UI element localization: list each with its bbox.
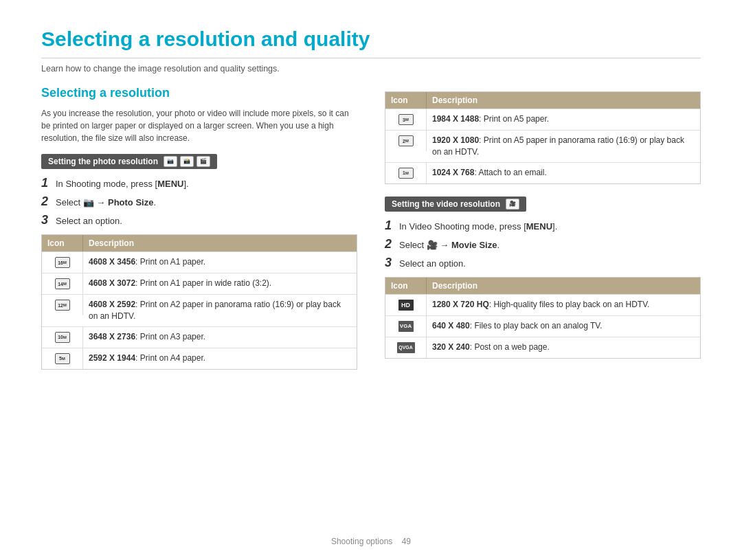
table-header-desc: Description: [427, 278, 700, 294]
row-desc: 2592 X 1944: Print on A4 paper.: [83, 348, 357, 368]
photo-table-header: Icon Description: [42, 235, 357, 251]
video-camera-icon: 🎥: [506, 199, 519, 210]
camera2-icon: 📸: [180, 156, 194, 167]
right-column: Icon Description 3M 1984 X 1488: Print o…: [385, 86, 701, 379]
table-row: 3M 1984 X 1488: Print on A5 paper.: [385, 109, 700, 130]
table-header-icon: Icon: [42, 235, 83, 251]
page-title: Selecting a resolution and quality: [41, 27, 701, 58]
table-header-desc: Description: [83, 235, 357, 251]
table-header-icon: Icon: [385, 92, 427, 109]
table-row: 14M 4608 X 3072: Print on A1 paper in wi…: [42, 273, 357, 294]
photo-steps: 1 In Shooting mode, press [MENU]. 2 Sele…: [41, 176, 357, 227]
video-step-3: 3 Select an option.: [385, 256, 701, 270]
camera-icon: 📷: [164, 156, 177, 167]
table-row: 1M 1024 X 768: Attach to an email.: [385, 162, 700, 183]
table-row: HD 1280 X 720 HQ: High-quality files to …: [385, 294, 700, 315]
photo-resolution-bar: Setting the photo resolution 📷 📸 🎬: [41, 154, 217, 169]
row-desc: 640 X 480: Files to play back on an anal…: [427, 316, 700, 336]
row-desc: 4608 X 3072: Print on A1 paper in wide r…: [83, 273, 357, 293]
video-step-2: 2 Select 🎥 → Movie Size.: [385, 237, 701, 251]
photo-resolution-table-2: Icon Description 3M 1984 X 1488: Print o…: [385, 91, 701, 184]
row-icon: 2M: [385, 131, 427, 151]
table-row: VGA 640 X 480: Files to play back on an …: [385, 315, 700, 337]
photo-step-1: 1 In Shooting mode, press [MENU].: [41, 176, 357, 190]
page-subtitle: Learn how to change the image resolution…: [41, 64, 701, 74]
row-desc: 3648 X 2736: Print on A3 paper.: [83, 327, 357, 347]
row-desc: 1984 X 1488: Print on A5 paper.: [427, 109, 700, 129]
footer-text: Shooting options: [331, 537, 392, 546]
row-desc: 320 X 240: Post on a web page.: [427, 337, 700, 357]
video-step-1: 1 In Video Shooting mode, press [MENU].: [385, 219, 701, 233]
photo-resolution-label: Setting the photo resolution: [48, 157, 158, 166]
video-section: Setting the video resolution 🎥 1 In Vide…: [385, 197, 701, 359]
row-desc: 1920 X 1080: Print on A5 paper in panora…: [427, 131, 700, 162]
row-desc: 1024 X 768: Attach to an email.: [427, 163, 700, 183]
section-description: As you increase the resolution, your pho…: [41, 107, 357, 144]
photo-step-2: 2 Select 📷 → Photo Size.: [41, 194, 357, 209]
footer-page-num: 49: [402, 537, 411, 546]
section-heading-resolution: Selecting a resolution: [41, 86, 357, 100]
video-resolution-bar: Setting the video resolution 🎥: [385, 197, 526, 212]
row-desc: 4608 X 2592: Print on A2 paper in panora…: [83, 295, 357, 326]
page: Selecting a resolution and quality Learn…: [0, 0, 742, 560]
row-desc: 1280 X 720 HQ: High-quality files to pla…: [427, 295, 700, 315]
video-steps: 1 In Video Shooting mode, press [MENU]. …: [385, 219, 701, 270]
main-content: Selecting a resolution As you increase t…: [41, 86, 701, 379]
photo-table2-header: Icon Description: [385, 92, 700, 109]
row-icon: 10M: [42, 327, 83, 348]
table-row: 5M 2592 X 1944: Print on A4 paper.: [42, 348, 357, 369]
video-resolution-label: Setting the video resolution: [392, 199, 500, 209]
table-row: 2M 1920 X 1080: Print on A5 paper in pan…: [385, 130, 700, 162]
row-desc: 4608 X 3456: Print on A1 paper.: [83, 252, 357, 272]
table-row: 10M 3648 X 2736: Print on A3 paper.: [42, 326, 357, 348]
row-icon: 3M: [385, 109, 427, 130]
table-row: 16M 4608 X 3456: Print on A1 paper.: [42, 251, 357, 273]
row-icon: 14M: [42, 273, 83, 294]
row-icon: QVGA: [385, 337, 427, 358]
row-icon: HD: [385, 295, 427, 315]
row-icon: 1M: [385, 163, 427, 183]
video-icon: 🎬: [196, 156, 210, 167]
video-resolution-table: Icon Description HD 1280 X 720 HQ: High-…: [385, 277, 701, 359]
table-header-icon: Icon: [385, 278, 427, 294]
footer: Shooting options 49: [0, 537, 742, 546]
video-table-header: Icon Description: [385, 278, 700, 294]
row-icon: VGA: [385, 316, 427, 337]
photo-step-3: 3 Select an option.: [41, 213, 357, 227]
row-icon: 16M: [42, 252, 83, 273]
photo-resolution-table: Icon Description 16M 4608 X 3456: Print …: [41, 234, 357, 370]
left-column: Selecting a resolution As you increase t…: [41, 86, 357, 379]
photo-resolution-icons: 📷 📸 🎬: [164, 156, 210, 167]
video-resolution-icons: 🎥: [506, 199, 519, 210]
row-icon: 12M: [42, 295, 83, 315]
table-row: QVGA 320 X 240: Post on a web page.: [385, 337, 700, 358]
table-row: 12M 4608 X 2592: Print on A2 paper in pa…: [42, 294, 357, 326]
row-icon: 5M: [42, 348, 83, 369]
table-header-desc: Description: [427, 92, 700, 109]
